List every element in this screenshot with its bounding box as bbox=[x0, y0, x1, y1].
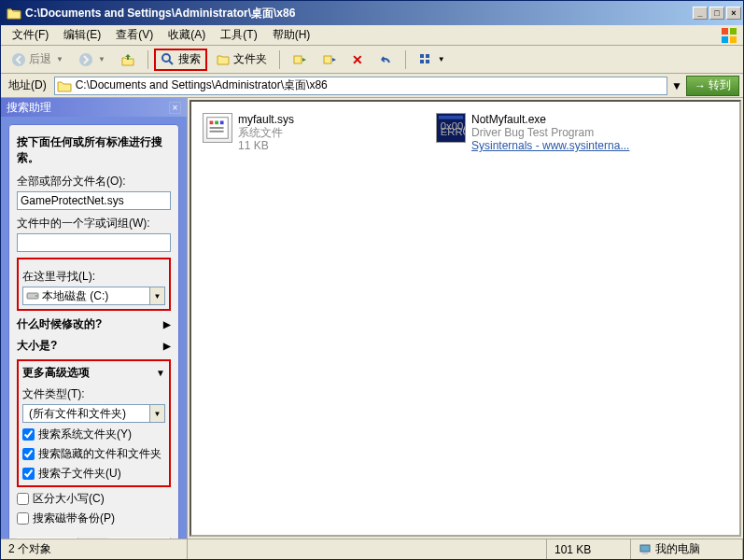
expander-advanced[interactable]: 更多高级选项▼ bbox=[22, 365, 165, 381]
filename-input[interactable] bbox=[17, 191, 171, 210]
menu-help[interactable]: 帮助(H) bbox=[265, 25, 318, 45]
chevron-right-icon: ▶ bbox=[163, 341, 171, 351]
file-desc: Driver Bug Test Program bbox=[471, 126, 629, 139]
status-objects: 2 个对象 bbox=[1, 539, 188, 559]
svg-point-14 bbox=[35, 295, 37, 297]
chevron-down-icon[interactable]: ▼ bbox=[149, 405, 164, 422]
delete-icon: ✕ bbox=[352, 52, 363, 67]
move-to-icon bbox=[322, 52, 337, 67]
search-pane-close[interactable]: × bbox=[169, 102, 181, 114]
search-pane: 搜索助理 × 按下面任何或所有标准进行搜索。 全部或部分文件名(O): 文件中的… bbox=[1, 98, 188, 539]
file-list[interactable]: myfault.sys 系统文件 11 KB 0x00A3F2ERROR Not… bbox=[190, 100, 741, 537]
toolbar: 后退▼ ▼ 搜索 文件夹 ✕ ▼ bbox=[1, 46, 743, 74]
cb-hidden[interactable] bbox=[22, 448, 35, 460]
address-bar: 地址(D) C:\Documents and Settings\Administ… bbox=[1, 74, 743, 98]
go-button[interactable]: → 转到 bbox=[686, 76, 739, 96]
svg-rect-3 bbox=[730, 36, 737, 43]
cb-system[interactable] bbox=[22, 428, 35, 441]
menu-file[interactable]: 文件(F) bbox=[5, 25, 56, 45]
file-desc: 系统文件 bbox=[238, 126, 294, 139]
svg-rect-22 bbox=[439, 116, 463, 119]
status-location: 我的电脑 bbox=[631, 539, 743, 559]
file-extra: Sysinternals - www.sysinterna... bbox=[471, 139, 629, 152]
file-name: NotMyfault.exe bbox=[471, 113, 629, 126]
expander-when[interactable]: 什么时候修改的?▶ bbox=[17, 316, 171, 332]
copy-to-icon bbox=[292, 52, 307, 67]
delete-button[interactable]: ✕ bbox=[345, 49, 370, 71]
up-button[interactable] bbox=[114, 49, 142, 71]
address-path: C:\Documents and Settings\Administrator\… bbox=[76, 77, 328, 93]
window-title: C:\Documents and Settings\Administrator\… bbox=[25, 6, 691, 21]
back-icon bbox=[11, 52, 26, 67]
move-to-button[interactable] bbox=[316, 49, 344, 71]
title-bar: C:\Documents and Settings\Administrator\… bbox=[1, 1, 743, 25]
exe-file-icon: 0x00A3F2ERROR bbox=[436, 113, 466, 143]
menu-view[interactable]: 查看(V) bbox=[108, 25, 161, 45]
svg-rect-12 bbox=[426, 60, 429, 63]
folder-icon bbox=[7, 6, 21, 21]
filetype-select[interactable]: (所有文件和文件夹) ▼ bbox=[22, 404, 165, 423]
menu-favorites[interactable]: 收藏(A) bbox=[161, 25, 213, 45]
search-button[interactable]: 搜索 bbox=[154, 49, 207, 71]
search-heading: 按下面任何或所有标准进行搜索。 bbox=[17, 134, 171, 166]
file-item[interactable]: 0x00A3F2ERROR NotMyfault.exe Driver Bug … bbox=[436, 113, 632, 152]
undo-button[interactable] bbox=[372, 49, 400, 71]
svg-rect-10 bbox=[426, 54, 429, 58]
svg-rect-20 bbox=[210, 131, 224, 133]
svg-rect-0 bbox=[722, 28, 728, 35]
forward-button[interactable]: ▼ bbox=[72, 49, 112, 71]
svg-rect-1 bbox=[730, 28, 737, 35]
up-icon bbox=[120, 52, 135, 67]
menu-edit[interactable]: 编辑(E) bbox=[56, 25, 108, 45]
drive-icon bbox=[26, 289, 39, 302]
word-label: 文件中的一个字或词组(W): bbox=[17, 216, 171, 231]
filetype-label: 文件类型(T): bbox=[22, 386, 165, 402]
my-computer-icon bbox=[639, 543, 652, 556]
svg-point-5 bbox=[79, 53, 92, 66]
copy-to-button[interactable] bbox=[286, 49, 314, 71]
folder-icon bbox=[57, 78, 72, 93]
cb-subfolders[interactable] bbox=[22, 468, 35, 480]
svg-rect-11 bbox=[420, 60, 424, 63]
svg-rect-2 bbox=[722, 36, 728, 43]
svg-rect-8 bbox=[324, 56, 331, 63]
svg-rect-18 bbox=[220, 121, 224, 125]
menu-tools[interactable]: 工具(T) bbox=[213, 25, 264, 45]
address-dropdown[interactable]: ▼ bbox=[671, 79, 682, 92]
chevron-right-icon: ▶ bbox=[163, 319, 171, 329]
search-pane-header: 搜索助理 × bbox=[1, 98, 187, 117]
minimize-button[interactable]: _ bbox=[693, 7, 708, 20]
views-button[interactable]: ▼ bbox=[412, 49, 452, 71]
file-item[interactable]: myfault.sys 系统文件 11 KB bbox=[203, 113, 399, 152]
folders-button[interactable]: 文件夹 bbox=[209, 49, 274, 71]
cb-case[interactable] bbox=[17, 493, 29, 505]
svg-rect-9 bbox=[420, 54, 424, 58]
advanced-section: 更多高级选项▼ 文件类型(T): (所有文件和文件夹) ▼ 搜索系统文件夹(Y)… bbox=[17, 359, 171, 487]
chevron-down-icon: ▼ bbox=[156, 368, 165, 378]
go-arrow-icon: → bbox=[695, 79, 706, 92]
chevron-down-icon[interactable]: ▼ bbox=[149, 287, 164, 304]
word-input[interactable] bbox=[17, 233, 171, 252]
status-bar: 2 个对象 101 KB 我的电脑 bbox=[1, 539, 743, 559]
svg-rect-25 bbox=[640, 545, 650, 552]
address-input[interactable]: C:\Documents and Settings\Administrator\… bbox=[54, 77, 667, 95]
file-size: 11 KB bbox=[238, 139, 294, 152]
svg-rect-26 bbox=[642, 553, 648, 554]
cb-tape[interactable] bbox=[17, 512, 29, 525]
undo-icon bbox=[378, 52, 393, 67]
expander-size[interactable]: 大小是?▶ bbox=[17, 338, 171, 354]
lookin-label: 在这里寻找(L): bbox=[22, 269, 165, 285]
lookin-select[interactable]: 本地磁盘 (C:) ▼ bbox=[22, 287, 165, 305]
folders-icon bbox=[216, 52, 231, 67]
svg-point-6 bbox=[162, 54, 170, 62]
file-name: myfault.sys bbox=[238, 113, 294, 126]
forward-icon bbox=[78, 52, 93, 67]
menu-bar: 文件(F) 编辑(E) 查看(V) 收藏(A) 工具(T) 帮助(H) bbox=[1, 25, 743, 46]
sys-file-icon bbox=[203, 113, 232, 143]
maximize-button[interactable]: □ bbox=[709, 7, 724, 20]
close-button[interactable]: × bbox=[726, 7, 741, 20]
svg-rect-7 bbox=[294, 56, 302, 63]
svg-rect-17 bbox=[215, 121, 218, 125]
back-button[interactable]: 后退▼ bbox=[5, 49, 70, 71]
svg-rect-16 bbox=[210, 121, 214, 125]
